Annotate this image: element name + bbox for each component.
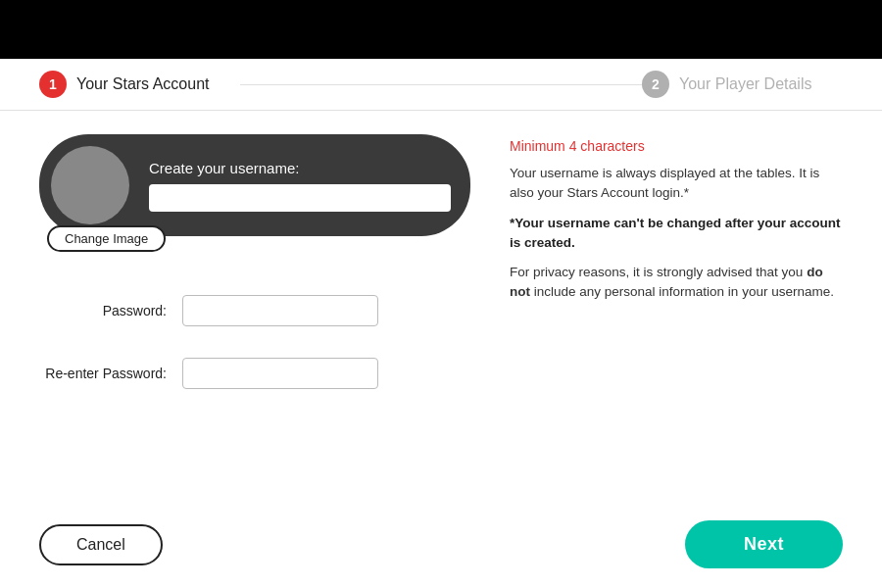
reenter-password-row: Re-enter Password: xyxy=(39,358,470,389)
step-1-item: 1 Your Stars Account xyxy=(39,71,240,98)
cancel-button[interactable]: Cancel xyxy=(39,524,163,565)
bottom-bar: Cancel Next xyxy=(0,505,882,588)
step-2-number: 2 xyxy=(642,71,669,98)
avatar xyxy=(51,146,129,224)
password-label: Password: xyxy=(39,303,167,318)
reenter-password-label: Re-enter Password: xyxy=(39,366,167,381)
change-image-button[interactable]: Change Image xyxy=(47,225,166,252)
reenter-password-input[interactable] xyxy=(182,358,378,389)
username-input[interactable] xyxy=(149,184,451,212)
left-side: Create your username: Change Image Passw… xyxy=(39,134,470,489)
warning-text-bold: *Your username can't be changed after yo… xyxy=(510,216,841,250)
next-button[interactable]: Next xyxy=(685,520,843,568)
form-area: Create your username: Change Image Passw… xyxy=(0,111,882,505)
top-bar xyxy=(0,0,882,59)
content-area: 1 Your Stars Account 2 Your Player Detai… xyxy=(0,59,882,588)
privacy-text: For privacy reasons, it is strongly advi… xyxy=(510,263,843,303)
username-label: Create your username: xyxy=(149,160,451,176)
avatar-username-row: Create your username: xyxy=(39,134,470,236)
step-2-label: Your Player Details xyxy=(679,75,811,93)
minimum-chars-text: Minimum 4 characters xyxy=(510,138,843,154)
do-not-bold: do not xyxy=(510,265,823,299)
step-header: 1 Your Stars Account 2 Your Player Detai… xyxy=(0,59,882,111)
right-side: Minimum 4 characters Your username is al… xyxy=(510,134,843,489)
password-input[interactable] xyxy=(182,295,378,326)
step-1-label: Your Stars Account xyxy=(76,75,210,93)
description-text: Your username is always displayed at the… xyxy=(510,164,843,204)
password-row: Password: xyxy=(39,295,470,326)
step-1-number: 1 xyxy=(39,71,67,98)
warning-text: *Your username can't be changed after yo… xyxy=(510,214,843,254)
username-section: Create your username: xyxy=(149,160,451,212)
step-divider xyxy=(240,84,642,85)
main-container: 1 Your Stars Account 2 Your Player Detai… xyxy=(0,0,882,588)
step-2-item: 2 Your Player Details xyxy=(642,71,843,98)
